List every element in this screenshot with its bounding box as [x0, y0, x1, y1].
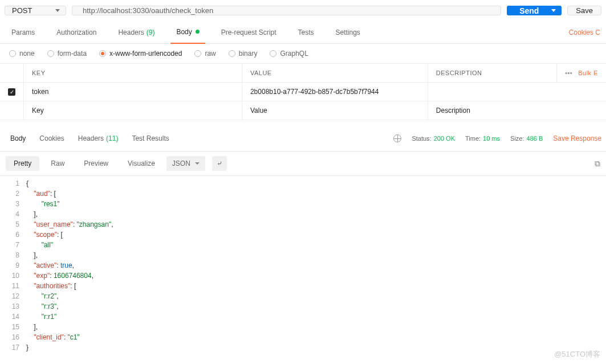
tab-label: Cookies	[39, 134, 64, 142]
tab-params[interactable]: Params	[6, 21, 40, 44]
restab-cookies[interactable]: Cookies	[34, 134, 70, 142]
view-visualize[interactable]: Visualize	[120, 156, 163, 171]
col-actions: •••Bulk E	[557, 64, 606, 83]
table-row-empty[interactable]: Key Value Description	[0, 101, 606, 120]
tab-headers[interactable]: Headers(9)	[112, 21, 160, 44]
more-icon[interactable]: •••	[565, 69, 572, 76]
time-value: 10 ms	[483, 135, 500, 142]
wrap-lines-icon[interactable]: ⤶	[212, 156, 227, 171]
bodytype-label: GraphQL	[280, 50, 308, 58]
tab-settings[interactable]: Settings	[330, 21, 366, 44]
col-value: VALUE	[242, 64, 428, 83]
send-button[interactable]: Send	[507, 6, 562, 15]
headers-count: (9)	[147, 28, 155, 36]
tab-label: Tests	[298, 28, 314, 36]
status-label: Status:	[412, 135, 431, 142]
checkbox-checked-icon[interactable]	[8, 88, 15, 96]
radio-icon	[229, 50, 235, 57]
tab-label: Test Results	[132, 134, 169, 142]
save-button[interactable]: Save	[567, 6, 601, 15]
send-label: Send	[519, 6, 539, 15]
radio-icon	[270, 50, 276, 57]
time-label: Time:	[465, 135, 481, 142]
bodytype-label: form-data	[58, 50, 87, 58]
globe-icon[interactable]	[393, 134, 401, 142]
bodytype-label: binary	[239, 50, 258, 58]
status-readout: Status:200 OK	[412, 135, 455, 142]
size-label: Size:	[510, 135, 524, 142]
restab-headers[interactable]: Headers(11)	[72, 134, 124, 142]
save-response-button[interactable]: Save Response	[553, 134, 601, 142]
col-key: KEY	[24, 64, 242, 83]
bodytype-xwww[interactable]: x-www-form-urlencoded	[99, 50, 182, 58]
radio-icon	[47, 50, 54, 57]
bulk-edit-link[interactable]: Bulk E	[578, 69, 598, 76]
view-raw[interactable]: Raw	[43, 156, 72, 171]
url-input[interactable]: http://localhost:3030/oauth/check_token	[72, 6, 501, 15]
restab-tests[interactable]: Test Results	[126, 134, 174, 142]
view-preview[interactable]: Preview	[76, 156, 116, 171]
bodytype-label: none	[19, 50, 35, 58]
cookies-label: Cookies C	[569, 28, 600, 36]
tab-label: Params	[11, 28, 35, 36]
radio-icon	[9, 50, 16, 57]
format-label: JSON	[172, 159, 190, 167]
tab-label: Headers	[78, 134, 104, 142]
chevron-down-icon	[55, 9, 60, 12]
tab-label: Body	[10, 134, 26, 142]
bodytype-label: raw	[205, 50, 215, 58]
table-row[interactable]: token 2b008b10-a777-492b-b857-dc7b5b7f79…	[0, 83, 606, 101]
tab-label: Authorization	[56, 28, 96, 36]
radio-icon	[194, 50, 201, 57]
tab-label: Pre-request Script	[221, 28, 276, 36]
view-bar: Pretty Raw Preview Visualize JSON ⤶ ⧉	[0, 151, 606, 176]
view-pretty[interactable]: Pretty	[6, 156, 39, 171]
response-tabs: Body Cookies Headers(11) Test Results St…	[0, 126, 606, 151]
col-checkbox	[0, 64, 24, 83]
time-readout: Time:10 ms	[465, 135, 500, 142]
cell-desc[interactable]	[428, 83, 606, 101]
chevron-down-icon	[195, 162, 200, 165]
bodytype-graphql[interactable]: GraphQL	[270, 50, 308, 58]
method-select[interactable]: POST	[5, 6, 66, 15]
cell-value[interactable]: 2b008b10-a777-492b-b857-dc7b5b7f7944	[242, 83, 428, 101]
tab-tests[interactable]: Tests	[292, 21, 319, 44]
restab-body[interactable]: Body	[5, 134, 31, 142]
url-text: http://localhost:3030/oauth/check_token	[83, 6, 213, 15]
request-bar: POST http://localhost:3030/oauth/check_t…	[0, 0, 606, 21]
cell-key[interactable]: token	[24, 83, 242, 101]
desc-placeholder[interactable]: Description	[428, 101, 606, 120]
bodytype-formdata[interactable]: form-data	[47, 50, 87, 58]
bodytype-binary[interactable]: binary	[229, 50, 258, 58]
radio-on-icon	[99, 50, 106, 57]
request-tabs: Params Authorization Headers(9) Body Pre…	[0, 21, 606, 44]
active-dot-icon	[196, 30, 200, 34]
headers-count: (11)	[106, 134, 118, 142]
copy-icon[interactable]: ⧉	[595, 159, 600, 169]
method-label: POST	[12, 6, 32, 15]
body-type-row: none form-data x-www-form-urlencoded raw…	[0, 44, 606, 63]
format-select[interactable]: JSON	[166, 156, 205, 171]
size-value: 486 B	[527, 135, 543, 142]
bodytype-label: x-www-form-urlencoded	[109, 50, 182, 58]
bodytype-none[interactable]: none	[9, 50, 35, 58]
watermark: @51CTO博客	[554, 349, 600, 359]
col-description: DESCRIPTION	[428, 64, 556, 83]
save-label: Save	[576, 6, 593, 15]
params-table: KEY VALUE DESCRIPTION •••Bulk E token 2b…	[0, 63, 606, 120]
status-value: 200 OK	[434, 135, 455, 142]
tab-label: Settings	[336, 28, 360, 36]
bodytype-raw[interactable]: raw	[194, 50, 215, 58]
tab-label: Headers	[118, 28, 144, 36]
size-readout: Size:486 B	[510, 135, 543, 142]
tab-label: Body	[176, 28, 192, 36]
value-placeholder[interactable]: Value	[242, 101, 428, 120]
response-body-view[interactable]: 1{2 "aud": [3 "res1"4 ],5 "user_name": "…	[0, 176, 606, 355]
cookies-link[interactable]: Cookies C	[569, 28, 600, 36]
key-placeholder[interactable]: Key	[24, 101, 242, 120]
tab-prerequest[interactable]: Pre-request Script	[215, 21, 282, 44]
tab-authorization[interactable]: Authorization	[51, 21, 102, 44]
tab-body[interactable]: Body	[170, 21, 205, 44]
